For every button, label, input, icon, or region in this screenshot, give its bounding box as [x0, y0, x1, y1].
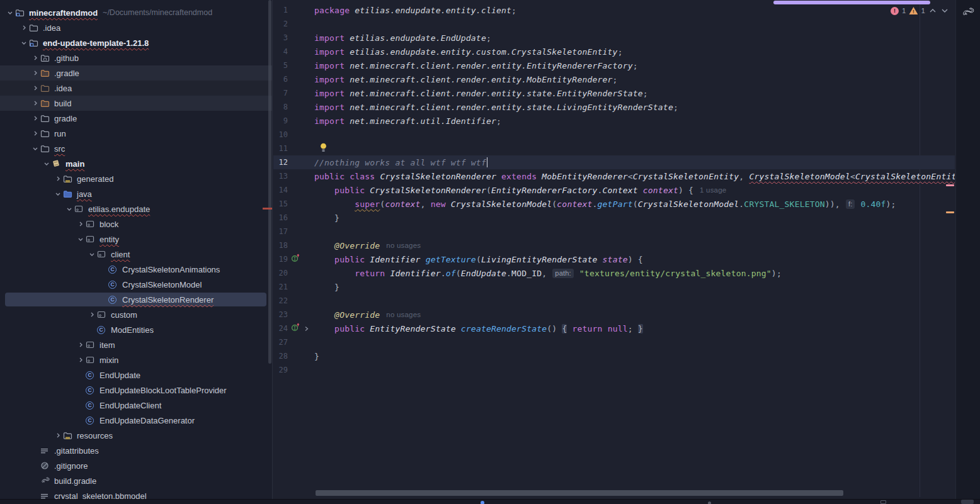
overriding-method-icon[interactable]: I: [291, 254, 300, 265]
project-tree-scrollbar[interactable]: [268, 0, 271, 364]
tree-row-custom[interactable]: custom: [0, 307, 273, 322]
gutter[interactable]: [288, 335, 314, 349]
code-editor[interactable]: 1package etilias.endupdate.entity.client…: [273, 0, 955, 504]
warning-icon[interactable]: !: [909, 7, 918, 14]
chevron-right-icon[interactable]: [30, 83, 40, 93]
line-number[interactable]: 20: [273, 269, 288, 277]
editor-line-16[interactable]: 16 }: [273, 211, 955, 225]
gutter[interactable]: [288, 155, 314, 169]
chevron-down-icon[interactable]: [53, 189, 63, 199]
tree-row--gitattributes[interactable]: .gitattributes: [0, 443, 273, 458]
chevron-down-icon[interactable]: [76, 234, 86, 244]
tree-row-etilias-endupdate[interactable]: etilias.endupdate: [0, 201, 273, 216]
editor-line-4[interactable]: 4import etilias.endupdate.entity.custom.…: [273, 45, 955, 59]
line-number[interactable]: 13: [273, 172, 288, 181]
gutter[interactable]: I: [288, 252, 314, 266]
chevron-right-icon[interactable]: [30, 68, 40, 78]
gutter[interactable]: [288, 86, 314, 100]
gutter[interactable]: [288, 100, 314, 114]
warning-stripe-mark[interactable]: [946, 211, 954, 213]
gutter[interactable]: [288, 280, 314, 294]
editor-line-21[interactable]: 21 }: [273, 280, 955, 294]
code-text[interactable]: super(context, new CrystalSkeletonModel(…: [314, 199, 955, 209]
error-icon[interactable]: !: [891, 7, 899, 15]
tree-row-end-update-template-1-21-8[interactable]: end-update-template-1.21.8: [0, 35, 273, 50]
editor-line-17[interactable]: 17: [273, 225, 955, 238]
code-text[interactable]: @Overrideno usages: [314, 241, 955, 250]
editor-line-19[interactable]: 19 I public Identifier getTexture(Living…: [273, 252, 955, 266]
tree-row-block[interactable]: block: [0, 216, 273, 232]
tree-row-run[interactable]: run: [0, 126, 273, 141]
line-number[interactable]: 17: [273, 227, 288, 236]
editor-line-20[interactable]: 20 return Identifier.of(EndUpdate.MOD_ID…: [273, 266, 955, 280]
chevron-down-icon[interactable]: [19, 38, 29, 48]
tree-row--idea[interactable]: .idea: [0, 20, 273, 35]
chevron-right-icon[interactable]: [53, 430, 63, 440]
line-number[interactable]: 2: [273, 20, 288, 28]
chevron-down-icon[interactable]: [5, 8, 15, 18]
gutter[interactable]: I: [288, 322, 314, 335]
editor-lines[interactable]: 1package etilias.endupdate.entity.client…: [273, 3, 955, 377]
editor-line-22[interactable]: 22: [273, 294, 955, 308]
line-number[interactable]: 29: [273, 366, 288, 374]
tree-row-modentities[interactable]: CModEntities: [0, 322, 273, 337]
tree-row-gradle[interactable]: gradle: [0, 111, 273, 126]
tree-row-generated[interactable]: generated: [0, 171, 273, 186]
chevron-down-icon[interactable]: [42, 159, 52, 169]
code-text[interactable]: import net.minecraft.util.Identifier;: [314, 116, 955, 126]
intention-bulb-icon[interactable]: [319, 143, 328, 154]
tree-row-crystalskeletonanimations[interactable]: CCrystalSkeletonAnimations: [0, 262, 273, 277]
overriding-method-icon[interactable]: I: [291, 323, 300, 334]
gutter[interactable]: [288, 31, 314, 45]
code-text[interactable]: import net.minecraft.client.render.entit…: [314, 89, 955, 98]
tree-row-src[interactable]: src: [0, 141, 273, 156]
code-text[interactable]: [314, 143, 955, 154]
chevron-right-icon[interactable]: [76, 355, 86, 365]
editor-line-10[interactable]: 10: [273, 128, 955, 142]
code-text[interactable]: import net.minecraft.client.render.entit…: [314, 61, 955, 70]
code-text[interactable]: //nothing works at all wtf wtf wtf: [314, 157, 955, 167]
error-stripe-mark[interactable]: [946, 184, 954, 186]
tree-row-minecraftendmod[interactable]: minecraftendmod~/Documents/minecraftendm…: [0, 5, 273, 20]
line-number[interactable]: 15: [273, 199, 288, 208]
editor-line-27[interactable]: 27: [273, 335, 955, 349]
tree-row-endupdateclient[interactable]: CEndUpdateClient: [0, 398, 273, 413]
tree-row-build[interactable]: build: [0, 96, 273, 111]
gutter[interactable]: [288, 363, 314, 377]
line-number[interactable]: 11: [273, 144, 288, 153]
tree-row-crystalskeletonmodel[interactable]: CCrystalSkeletonModel: [0, 277, 273, 292]
tree-row-entity[interactable]: entity: [0, 232, 273, 247]
line-number[interactable]: 21: [273, 283, 288, 291]
editor-horizontal-scrollbar[interactable]: [316, 490, 843, 496]
editor-line-7[interactable]: 7import net.minecraft.client.render.enti…: [273, 86, 955, 100]
code-text[interactable]: public class CrystalSkeletonRenderer ext…: [314, 172, 955, 181]
line-number[interactable]: 3: [273, 33, 288, 42]
editor-line-28[interactable]: 28}: [273, 349, 955, 363]
editor-line-3[interactable]: 3import etilias.endupdate.EndUpdate;: [273, 31, 955, 45]
code-text[interactable]: }: [314, 283, 955, 292]
editor-line-18[interactable]: 18 @Overrideno usages: [273, 238, 955, 252]
line-number[interactable]: 24: [273, 324, 288, 333]
line-number[interactable]: 19: [273, 255, 288, 264]
gutter[interactable]: [288, 308, 314, 322]
editor-line-14[interactable]: 14 public CrystalSkeletonRenderer(Entity…: [273, 183, 955, 197]
code-text[interactable]: import etilias.endupdate.EndUpdate;: [314, 33, 955, 43]
code-text[interactable]: public EntityRenderState createRenderSta…: [314, 324, 955, 333]
tree-row-crystalskeletonrenderer[interactable]: CCrystalSkeletonRenderer: [0, 292, 273, 307]
chevron-right-icon[interactable]: [87, 310, 97, 320]
tree-row--github[interactable]: .github: [0, 50, 273, 65]
code-text[interactable]: package etilias.endupdate.entity.client;: [314, 6, 955, 15]
gutter[interactable]: [288, 169, 314, 183]
code-text[interactable]: import net.minecraft.client.render.entit…: [314, 75, 955, 84]
tree-row-build-gradle[interactable]: build.gradle: [0, 473, 273, 488]
code-text[interactable]: return Identifier.of(EndUpdate.MOD_ID, p…: [314, 269, 955, 278]
code-text[interactable]: }: [314, 213, 955, 223]
tree-row-main[interactable]: main: [0, 156, 273, 171]
line-number[interactable]: 18: [273, 241, 288, 250]
editor-line-23[interactable]: 23 @Overrideno usages: [273, 308, 955, 322]
chevron-right-icon[interactable]: [30, 98, 40, 108]
editor-line-11[interactable]: 11: [273, 142, 955, 155]
tree-row-endupdatedatagenerator[interactable]: CEndUpdateDataGenerator: [0, 413, 273, 428]
tree-row-java[interactable]: java: [0, 186, 273, 201]
code-text[interactable]: @Overrideno usages: [314, 310, 955, 320]
